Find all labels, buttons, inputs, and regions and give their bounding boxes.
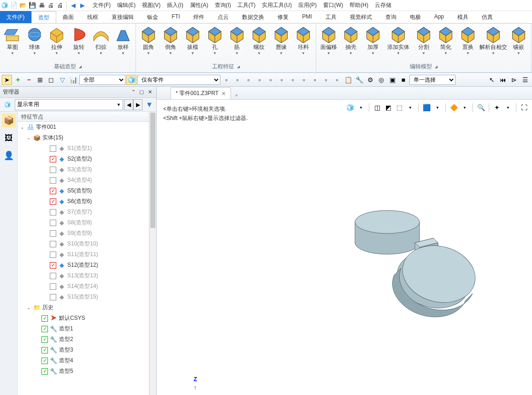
play-prev-icon[interactable]: ⏮: [498, 75, 508, 85]
ribbon-tab[interactable]: 线框: [81, 11, 105, 23]
ribbon-tab-file[interactable]: 文件(F): [0, 11, 31, 23]
menu-item[interactable]: 应用(P): [296, 0, 319, 11]
menu-item[interactable]: 窗口(W): [320, 0, 346, 11]
toolbar-icon[interactable]: ▫: [266, 75, 276, 85]
menu-item[interactable]: 属性(A): [187, 0, 211, 11]
toolbar-icon[interactable]: ▫: [277, 75, 287, 85]
tree-scrollbar[interactable]: [149, 112, 156, 395]
ribbon-tab[interactable]: 焊件: [187, 11, 211, 23]
toolbar-icon[interactable]: ■: [398, 75, 408, 85]
toolbar-icon[interactable]: ▣: [387, 75, 397, 85]
tree-history-item[interactable]: ✓🔧造型3: [18, 345, 156, 355]
close-icon[interactable]: ✕: [146, 89, 154, 96]
tree-solid-item[interactable]: ✓◆S5(造型5): [18, 186, 156, 196]
ribbon-tab[interactable]: 电极: [403, 11, 428, 23]
tree-solid-item[interactable]: ◆S1(造型1): [18, 143, 156, 154]
menu-item[interactable]: 插入(I): [164, 0, 186, 11]
checkbox[interactable]: ✓: [50, 262, 56, 269]
tree-solid-item[interactable]: ✓◆S2(造型2): [18, 154, 156, 164]
document-tab[interactable]: * 零件001.Z3PRT ✕: [171, 87, 231, 99]
ribbon-tab[interactable]: 工具: [319, 11, 343, 23]
ribbon-tab[interactable]: FTI: [165, 11, 187, 23]
tree-history-item[interactable]: ✓🔧造型2: [18, 334, 156, 345]
ribbon-tab[interactable]: App: [428, 11, 451, 23]
ribbon-tool[interactable]: 面偏移▼: [318, 25, 339, 57]
filter-icon[interactable]: ▽: [57, 75, 67, 85]
checkbox[interactable]: [50, 294, 56, 300]
ribbon-tool[interactable]: 倒角▼: [160, 25, 181, 57]
dashed-box-icon[interactable]: ◻: [46, 75, 56, 85]
new-tab-icon[interactable]: ＋: [231, 91, 242, 99]
ribbon-tab[interactable]: 直接编辑: [105, 11, 141, 23]
toolbar-icon[interactable]: ▫: [243, 75, 254, 85]
ribbon-tool[interactable]: 球体▼: [24, 25, 45, 57]
ribbon-tool[interactable]: 镶嵌▼: [508, 25, 529, 57]
manager-mode-icon[interactable]: 🧊: [1, 99, 14, 111]
display-mode-dropdown[interactable]: 显示常用▼: [15, 99, 123, 110]
checkbox[interactable]: [50, 167, 56, 173]
tree-solids-group[interactable]: ⌄ 📦 实体(15): [18, 132, 156, 143]
ribbon-tab[interactable]: 点云: [211, 11, 236, 23]
tree-solid-item[interactable]: ◆S13(造型13): [18, 270, 156, 281]
checkbox[interactable]: ✓: [50, 198, 56, 205]
toolbar-icon[interactable]: 🔧: [354, 75, 364, 85]
menu-item[interactable]: 云存储: [372, 0, 394, 11]
ribbon-tool[interactable]: 置换▼: [457, 25, 479, 57]
ribbon-tool[interactable]: 拔模▼: [182, 25, 203, 57]
toolbar-icon[interactable]: ▫: [321, 75, 331, 85]
checkbox[interactable]: ✓: [41, 326, 48, 332]
tree-solid-item[interactable]: ◆S9(造型9): [18, 228, 156, 239]
toolbar-icon[interactable]: 📋: [343, 75, 353, 85]
checkbox[interactable]: ✓: [41, 358, 48, 364]
ribbon-tool[interactable]: 简化▼: [435, 25, 456, 57]
toolbar-icon[interactable]: ▫: [288, 75, 298, 85]
tree-solid-item[interactable]: ✓◆S6(造型6): [18, 196, 156, 207]
select-cursor-icon[interactable]: ➤: [2, 75, 12, 85]
tree-solid-item[interactable]: ◆S11(造型11): [18, 249, 156, 260]
ribbon-tool[interactable]: 扫掠▼: [90, 25, 112, 57]
ribbon-tab[interactable]: 数据交换: [236, 11, 271, 23]
sidebar-user-icon[interactable]: 👤: [2, 149, 16, 162]
menu-item[interactable]: 文件(F): [90, 0, 113, 11]
remove-icon[interactable]: －: [24, 75, 34, 85]
cursor-icon[interactable]: ↖: [487, 75, 497, 85]
minimize-icon[interactable]: ⌃: [130, 89, 137, 96]
settings-icon[interactable]: ☰: [520, 75, 530, 85]
ribbon-tab[interactable]: PMI: [296, 11, 319, 23]
sidebar-part-icon[interactable]: 📦: [2, 114, 16, 127]
toolbar-icon[interactable]: ▫: [254, 75, 265, 85]
ribbon-tool[interactable]: 圆角▼: [138, 25, 159, 57]
menu-item[interactable]: 实用工具(U): [259, 0, 295, 11]
menu-item[interactable]: 查询(I): [212, 0, 234, 11]
ribbon-tool[interactable]: 筋▼: [226, 25, 248, 57]
pick-mode-dropdown[interactable]: 单一选择: [409, 75, 455, 85]
grid-target-icon[interactable]: ⊞: [35, 75, 45, 85]
toolbar-icon[interactable]: ▫: [232, 75, 242, 85]
open-icon[interactable]: 📂: [19, 2, 27, 9]
nav-next-icon[interactable]: ▶: [133, 99, 142, 110]
tree-history-item[interactable]: ✓🔧造型5: [18, 366, 156, 377]
ribbon-tool[interactable]: 草图▼: [2, 25, 23, 57]
tree-solid-item[interactable]: ✓◆S12(造型12): [18, 260, 156, 270]
menu-item[interactable]: 工具(T): [235, 0, 258, 11]
tree-history-item[interactable]: ✓⮞默认CSYS: [18, 313, 156, 323]
ribbon-tool[interactable]: 坯料▼: [293, 25, 314, 57]
ribbon-tool[interactable]: 旋转▼: [68, 25, 89, 57]
checkbox[interactable]: [50, 283, 56, 290]
checkbox[interactable]: [50, 145, 56, 152]
ribbon-tool[interactable]: 添加实体▼: [384, 25, 412, 57]
toolbar-icon[interactable]: ▫: [221, 75, 231, 85]
checkbox[interactable]: [50, 220, 56, 226]
checkbox[interactable]: [50, 177, 56, 184]
print-preview-icon[interactable]: 🖨: [47, 2, 54, 9]
checkbox[interactable]: ✓: [41, 315, 48, 322]
menu-item[interactable]: 视图(V): [139, 0, 163, 11]
menu-item[interactable]: 帮助(H): [347, 0, 371, 11]
ribbon-tab[interactable]: 钣金: [141, 11, 165, 23]
checkbox[interactable]: [50, 209, 56, 215]
nav-prev-icon[interactable]: ◀: [124, 99, 133, 110]
toolbar-icon[interactable]: ▫: [332, 75, 342, 85]
checkbox[interactable]: ✓: [41, 336, 48, 343]
ribbon-tab[interactable]: 修复: [271, 11, 296, 23]
ribbon-tab[interactable]: 曲面: [56, 11, 81, 23]
